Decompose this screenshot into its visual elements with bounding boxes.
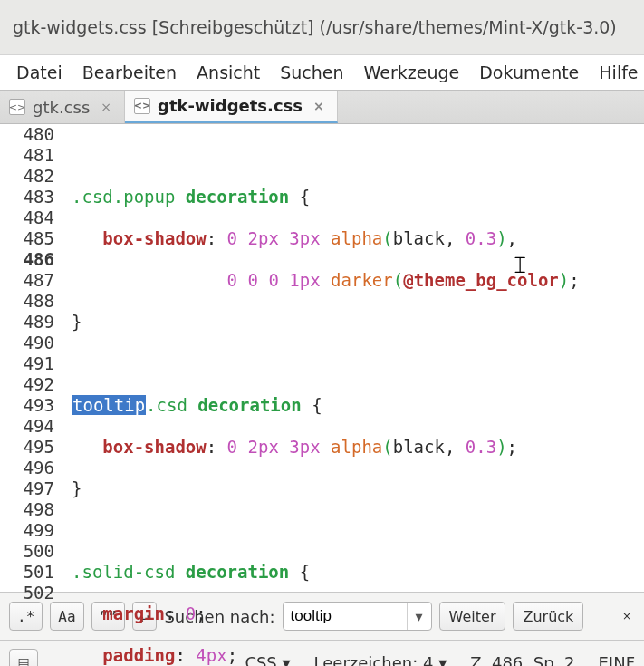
tab-bar: <> gtk.css × <> gtk-widgets.css × — [0, 90, 644, 124]
regex-toggle[interactable]: .* — [9, 602, 43, 631]
close-icon[interactable]: × — [101, 100, 111, 114]
panel-icon: ▤ — [17, 655, 29, 666]
line-number: 489 — [0, 312, 54, 333]
window-title: gtk-widgets.css [Schreibgeschützt] (/usr… — [0, 0, 644, 55]
code-line: } — [72, 312, 644, 333]
code-line — [72, 145, 644, 166]
menubar: Datei Bearbeiten Ansicht Suchen Werkzeug… — [0, 55, 644, 90]
line-number: 494 — [0, 416, 54, 437]
file-icon: <> — [9, 99, 25, 115]
menu-view[interactable]: Ansicht — [197, 63, 260, 82]
line-number: 482 — [0, 166, 54, 187]
line-number: 492 — [0, 374, 54, 395]
tab-label: gtk.css — [33, 98, 90, 117]
line-gutter: 480 481 482 483 484 485 486 487 488 489 … — [0, 124, 62, 592]
code-line: padding: 4px; — [72, 645, 644, 666]
line-number: 487 — [0, 270, 54, 291]
line-number: 498 — [0, 499, 54, 520]
line-number: 484 — [0, 208, 54, 228]
code-line: box-shadow: 0 2px 3px alpha(black, 0.3), — [72, 228, 644, 249]
line-number: 493 — [0, 395, 54, 416]
window-title-text: gtk-widgets.css [Schreibgeschützt] (/usr… — [13, 17, 617, 37]
code-line: 0 0 0 1px darker(@theme_bg_color); — [72, 270, 644, 291]
tab-gtk-widgets-css[interactable]: <> gtk-widgets.css × — [125, 91, 338, 123]
line-number: 501 — [0, 562, 54, 583]
line-number: 491 — [0, 353, 54, 374]
menu-edit[interactable]: Bearbeiten — [82, 63, 177, 82]
line-number: 502 — [0, 583, 54, 603]
search-highlight: tooltip — [72, 395, 146, 415]
line-number: 488 — [0, 291, 54, 312]
code-area[interactable]: .csd.popup decoration { box-shadow: 0 2p… — [62, 124, 644, 592]
menu-tools[interactable]: Werkzeuge — [364, 63, 460, 82]
line-number: 481 — [0, 145, 54, 166]
tab-gtk-css[interactable]: <> gtk.css × — [0, 91, 125, 123]
code-line — [72, 353, 644, 374]
line-number: 499 — [0, 520, 54, 541]
code-line: .csd.popup decoration { — [72, 187, 644, 208]
line-number: 500 — [0, 541, 54, 562]
line-number: 497 — [0, 478, 54, 499]
line-number-current: 486 — [0, 249, 54, 270]
close-icon[interactable]: × — [313, 99, 324, 113]
line-number: 485 — [0, 228, 54, 249]
line-number: 480 — [0, 124, 54, 145]
editor[interactable]: 480 481 482 483 484 485 486 487 488 489 … — [0, 124, 644, 592]
file-icon: <> — [134, 98, 150, 114]
tab-label: gtk-widgets.css — [158, 96, 303, 115]
line-number: 496 — [0, 458, 54, 478]
line-number: 495 — [0, 437, 54, 458]
menu-file[interactable]: Datei — [16, 63, 62, 82]
line-number: 490 — [0, 333, 54, 353]
code-line: margin: 0; — [72, 603, 644, 624]
code-line: tooltip.csd decoration { — [72, 395, 644, 416]
menu-search[interactable]: Suchen — [280, 63, 343, 82]
line-number: 483 — [0, 187, 54, 208]
code-line: } — [72, 478, 644, 499]
menu-documents[interactable]: Dokumente — [479, 63, 579, 82]
text-cursor-icon: 𝙸 — [512, 255, 528, 275]
code-line — [72, 520, 644, 541]
menu-help[interactable]: Hilfe — [599, 63, 638, 82]
code-line: box-shadow: 0 2px 3px alpha(black, 0.3); — [72, 437, 644, 458]
code-line: .solid-csd decoration { — [72, 562, 644, 583]
side-panel-button[interactable]: ▤ — [9, 649, 38, 666]
